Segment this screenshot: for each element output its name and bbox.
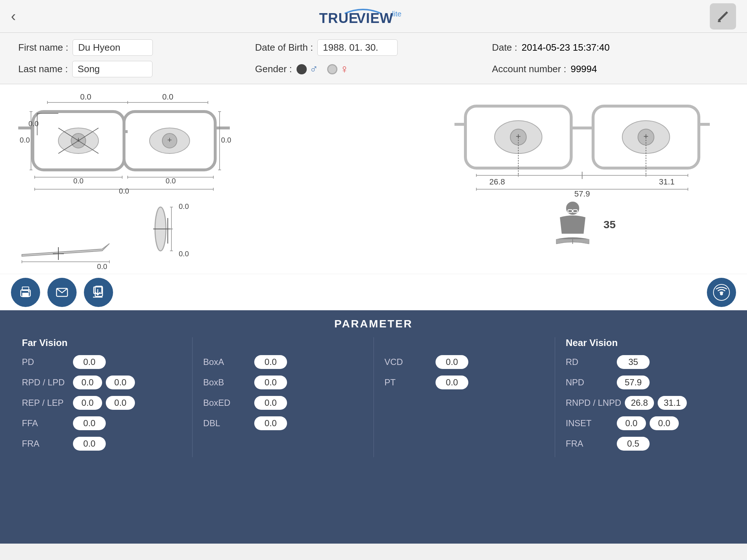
npd-value[interactable]: 57.9: [617, 376, 650, 389]
inset-r-value[interactable]: 0.0: [617, 416, 646, 430]
svg-text:0.0: 0.0: [97, 262, 107, 271]
parameter-section: PARAMETER Far Vision PD 0.0 RPD / LPD 0.…: [0, 310, 747, 544]
rd-row: RD 35: [566, 355, 725, 369]
inset-l-value[interactable]: 0.0: [650, 416, 679, 430]
svg-text:0.0: 0.0: [28, 120, 39, 128]
vcd-row: VCD 0.0: [384, 355, 544, 369]
svg-text:+: +: [643, 131, 649, 141]
vcd-col: - VCD 0.0 PT 0.0: [377, 337, 551, 457]
boxb-label: BoxB: [203, 377, 251, 388]
boxa-value[interactable]: 0.0: [254, 355, 287, 369]
rnpd-value[interactable]: 26.8: [625, 396, 654, 410]
near-fra-label: FRA: [566, 439, 613, 449]
last-name-input[interactable]: Song: [72, 61, 152, 77]
vcd-value[interactable]: 0.0: [436, 355, 468, 369]
boxed-value[interactable]: 0.0: [254, 396, 287, 410]
far-vision-title: Far Vision: [22, 337, 181, 349]
patient-info: First name : Du Hyeon Date of Birth : 19…: [0, 33, 747, 84]
date-row: Date : 2014-05-23 15:37:40: [492, 39, 729, 56]
pd-row: PD 0.0: [22, 355, 181, 369]
gender-female-option[interactable]: ♀: [327, 62, 349, 76]
svg-text:0.0: 0.0: [20, 136, 30, 144]
lep-value[interactable]: 0.0: [106, 396, 135, 410]
ffa-label: FFA: [22, 418, 69, 428]
svg-text:57.9: 57.9: [574, 189, 590, 197]
rep-label: REP / LEP: [22, 398, 69, 408]
date-value: 2014-05-23 15:37:40: [522, 42, 609, 53]
vcd-label: VCD: [384, 357, 432, 367]
parameter-title: PARAMETER: [15, 318, 732, 330]
wifi-button[interactable]: [707, 278, 736, 307]
svg-text:0.0: 0.0: [221, 136, 231, 144]
rpd-row: RPD / LPD 0.0 0.0: [22, 376, 181, 389]
fra-row: FRA 0.0: [22, 437, 181, 451]
dbl-label: DBL: [203, 418, 251, 428]
gender-male-option[interactable]: ♂: [297, 62, 318, 76]
far-vision-col: Far Vision PD 0.0 RPD / LPD 0.0 0.0 REP …: [15, 337, 189, 457]
boxed-label: BoxED: [203, 398, 251, 408]
rep-row: REP / LEP 0.0 0.0: [22, 396, 181, 410]
reading-distance: 35: [549, 201, 616, 248]
edit-button[interactable]: [710, 3, 736, 30]
inset-row: INSET 0.0 0.0: [566, 416, 725, 430]
near-fra-value[interactable]: 0.5: [617, 437, 650, 451]
side-diagrams: 0.0 0.0: [11, 200, 421, 275]
account-row: Account number : 99994: [492, 61, 729, 77]
gender-label: Gender :: [255, 63, 292, 75]
first-name-row: First name : Du Hyeon: [18, 39, 255, 56]
back-button[interactable]: ‹: [11, 8, 16, 24]
boxa-row: BoxA 0.0: [203, 355, 363, 369]
left-diagrams: 0.0 0.0 + + 0.0: [11, 92, 421, 267]
right-diagrams: + + 26.8 31.1 57.9: [429, 92, 736, 267]
rep-value[interactable]: 0.0: [73, 396, 102, 410]
top-bar: ‹ TRUE VIEW lite: [0, 0, 747, 33]
male-radio[interactable]: [297, 64, 307, 74]
female-icon: ♀: [340, 62, 349, 76]
parameter-columns: Far Vision PD 0.0 RPD / LPD 0.0 0.0 REP …: [15, 337, 732, 457]
rpd-label: RPD / LPD: [22, 377, 69, 388]
front-glasses-diagram-right: + + 26.8 31.1 57.9: [454, 95, 710, 197]
dbl-value[interactable]: 0.0: [254, 416, 287, 430]
svg-point-95: [28, 291, 30, 292]
dob-input[interactable]: 1988. 01. 30.: [317, 39, 398, 56]
rpd-value[interactable]: 0.0: [73, 376, 102, 389]
main-content: 0.0 0.0 + + 0.0: [0, 84, 747, 274]
female-radio[interactable]: [327, 64, 337, 74]
pd-label: PD: [22, 357, 69, 367]
npd-label: NPD: [566, 377, 613, 388]
first-name-label: First name :: [18, 42, 68, 53]
rd-value[interactable]: 35: [617, 355, 650, 369]
last-name-row: Last name : Song: [18, 61, 255, 77]
lnpd-value[interactable]: 31.1: [658, 396, 687, 410]
side-lens-view: 0.0 0.0: [131, 200, 204, 275]
boxed-row: BoxED 0.0: [203, 396, 363, 410]
dbl-row: DBL 0.0: [203, 416, 363, 430]
svg-text:+: +: [167, 135, 172, 144]
front-glasses-diagram: 0.0 0.0 + + 0.0: [11, 92, 237, 194]
rnpd-label: RNPD / LNPD: [566, 398, 621, 408]
last-name-label: Last name :: [18, 63, 68, 75]
boxb-value[interactable]: 0.0: [254, 376, 287, 389]
first-name-input[interactable]: Du Hyeon: [73, 39, 153, 56]
print-button[interactable]: [11, 278, 40, 307]
divider-1: [192, 337, 193, 457]
pt-value[interactable]: 0.0: [436, 376, 468, 389]
svg-text:26.8: 26.8: [489, 177, 505, 186]
fra-value[interactable]: 0.0: [73, 437, 106, 451]
rd-label: RD: [566, 357, 613, 367]
gender-options: ♂ ♀: [297, 62, 349, 76]
svg-text:VIEW: VIEW: [356, 11, 393, 26]
boxb-row: BoxB 0.0: [203, 376, 363, 389]
svg-text:0.0: 0.0: [73, 177, 84, 185]
download-button[interactable]: [84, 278, 113, 307]
svg-text:0.0: 0.0: [166, 177, 176, 185]
dob-row: Date of Birth : 1988. 01. 30.: [255, 39, 492, 56]
email-button[interactable]: [47, 278, 77, 307]
ffa-row: FFA 0.0: [22, 416, 181, 430]
pd-value[interactable]: 0.0: [73, 355, 106, 369]
ffa-value[interactable]: 0.0: [73, 416, 106, 430]
account-value: 99994: [570, 63, 597, 75]
lpd-value[interactable]: 0.0: [106, 376, 135, 389]
rnpd-row: RNPD / LNPD 26.8 31.1: [566, 396, 725, 410]
svg-text:lite: lite: [392, 10, 402, 18]
